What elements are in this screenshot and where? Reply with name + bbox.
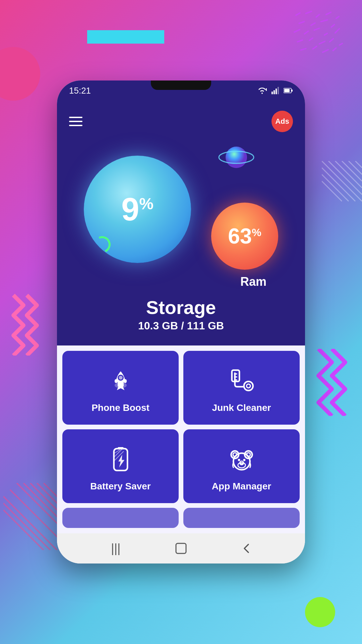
- storage-arc: [92, 234, 113, 255]
- svg-rect-0: [295, 12, 301, 16]
- svg-line-36: [10, 490, 64, 543]
- status-icons: [257, 87, 293, 94]
- bg-decoration-rect: [87, 30, 164, 44]
- app-manager-button[interactable]: App Manager: [183, 429, 300, 503]
- svg-point-74: [246, 453, 250, 457]
- notch: [151, 80, 211, 90]
- svg-rect-44: [266, 88, 267, 91]
- svg-rect-50: [291, 90, 293, 92]
- ram-percent: 63%: [228, 224, 261, 249]
- home-button[interactable]: [168, 539, 194, 558]
- hamburger-menu[interactable]: [69, 117, 82, 126]
- junk-cleaner-label: Junk Cleaner: [212, 402, 271, 413]
- bg-decoration-dots: [292, 10, 345, 57]
- svg-point-52: [226, 147, 247, 168]
- app-manager-icon: [227, 444, 257, 474]
- bg-decoration-circle: [0, 47, 40, 101]
- phone-frame: 15:21: [57, 80, 305, 564]
- hamburger-line-2: [69, 121, 82, 122]
- svg-rect-3: [325, 11, 332, 15]
- svg-rect-18: [339, 43, 343, 46]
- app-content: Ads: [57, 101, 305, 533]
- app-header: Ads: [57, 101, 305, 136]
- svg-line-42: [3, 503, 50, 550]
- svg-rect-10: [303, 30, 309, 35]
- svg-line-31: [322, 181, 342, 201]
- svg-rect-47: [276, 89, 277, 94]
- status-time: 15:21: [69, 86, 91, 96]
- svg-line-29: [322, 168, 355, 201]
- junk-cleaner-icon: [227, 366, 257, 396]
- svg-line-35: [3, 496, 57, 550]
- svg-rect-21: [322, 49, 329, 53]
- svg-rect-13: [334, 28, 340, 34]
- svg-rect-20: [312, 45, 317, 50]
- back-button[interactable]: [235, 539, 258, 558]
- svg-rect-2: [315, 13, 320, 18]
- svg-point-59: [244, 381, 253, 390]
- storage-subtitle: 10.3 GB / 111 GB: [138, 320, 224, 332]
- hamburger-line-3: [69, 125, 82, 126]
- svg-rect-14: [297, 39, 303, 43]
- phone-boost-icon: [106, 366, 136, 396]
- grid-section: Phone Boost Junk Cleaner: [57, 345, 305, 533]
- partial-item-left[interactable]: [62, 508, 179, 528]
- svg-line-27: [349, 161, 362, 174]
- svg-rect-45: [272, 92, 273, 94]
- recent-apps-button[interactable]: |||: [104, 538, 127, 559]
- planet-decoration: [218, 142, 251, 176]
- bg-decoration-zigzag-left: [7, 288, 54, 356]
- ram-label: Ram: [240, 275, 266, 289]
- svg-rect-15: [308, 37, 313, 41]
- battery-saver-icon: [106, 444, 136, 474]
- svg-rect-12: [323, 33, 328, 36]
- storage-circle[interactable]: 9%: [84, 156, 191, 263]
- svg-rect-79: [176, 543, 186, 553]
- junk-cleaner-button[interactable]: Junk Cleaner: [183, 351, 300, 425]
- svg-rect-66: [118, 447, 124, 449]
- svg-rect-7: [320, 19, 328, 22]
- svg-rect-11: [313, 28, 320, 31]
- battery-saver-label: Battery Saver: [90, 481, 151, 492]
- svg-rect-58: [124, 379, 127, 383]
- svg-rect-19: [300, 48, 307, 51]
- app-manager-label: App Manager: [212, 481, 271, 492]
- phone-boost-button[interactable]: Phone Boost: [62, 351, 179, 425]
- battery-icon: [284, 88, 293, 94]
- svg-line-30: [322, 174, 349, 201]
- svg-rect-6: [310, 22, 316, 26]
- ads-badge[interactable]: Ads: [272, 111, 293, 132]
- svg-rect-9: [293, 29, 301, 33]
- bottom-nav: |||: [57, 533, 305, 564]
- signal-icon: [272, 87, 279, 94]
- storage-title: Storage: [146, 297, 216, 318]
- svg-point-76: [243, 459, 245, 461]
- svg-rect-17: [329, 38, 334, 43]
- svg-rect-5: [298, 21, 305, 24]
- svg-line-23: [322, 161, 362, 201]
- svg-rect-1: [305, 10, 312, 14]
- svg-rect-48: [278, 87, 279, 94]
- storage-percent: 9%: [121, 193, 154, 225]
- svg-rect-4: [335, 15, 340, 19]
- svg-rect-57: [115, 379, 118, 383]
- ram-circle[interactable]: 63%: [211, 203, 278, 270]
- svg-line-26: [342, 161, 362, 181]
- storage-section: 9% 63% Ram Storage 10.3 GB / 111 GB: [57, 136, 305, 345]
- svg-point-60: [246, 384, 250, 388]
- svg-rect-22: [332, 47, 337, 51]
- partial-item-right[interactable]: [183, 508, 300, 528]
- battery-saver-button[interactable]: Battery Saver: [62, 429, 179, 503]
- phone-boost-label: Phone Boost: [92, 402, 149, 413]
- svg-rect-51: [284, 89, 290, 92]
- hamburger-line-1: [69, 117, 82, 118]
- wifi-icon: [257, 87, 267, 94]
- svg-line-28: [355, 161, 362, 168]
- svg-line-43: [3, 510, 44, 550]
- svg-point-73: [233, 453, 237, 457]
- svg-line-24: [328, 161, 362, 195]
- svg-rect-8: [330, 23, 336, 28]
- svg-line-25: [335, 161, 362, 188]
- bg-decoration-zigzag-right: [312, 349, 352, 416]
- bg-decoration-lines-right: [322, 161, 362, 215]
